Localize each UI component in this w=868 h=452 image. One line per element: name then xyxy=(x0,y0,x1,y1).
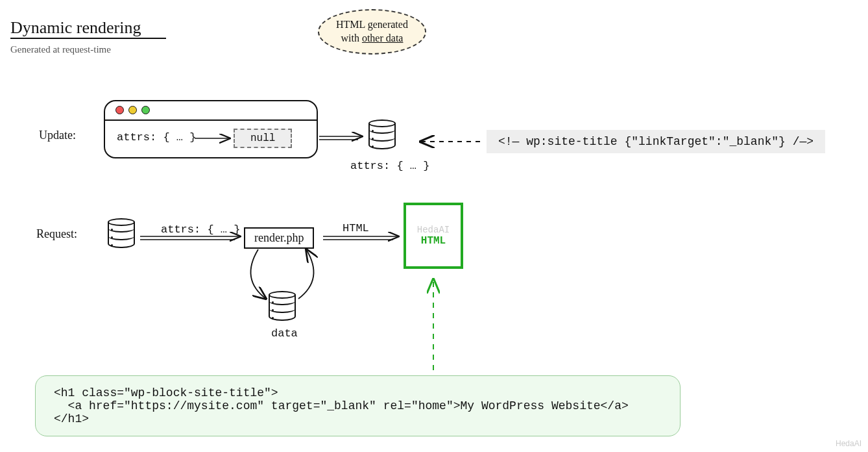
render-php-box: render.php xyxy=(244,227,314,249)
html-box-faint: HedaAI xyxy=(417,225,450,235)
html-box-bold: HTML xyxy=(421,235,446,247)
window-null-box: null xyxy=(234,129,292,148)
db-caption: attrs: { … } xyxy=(350,160,429,172)
window-titlebar-divider xyxy=(105,119,317,121)
browser-window: attrs: { … } null xyxy=(104,100,318,158)
update-label: Update: xyxy=(39,129,76,142)
watermark: HedaAI xyxy=(836,439,862,448)
bubble-line2-underline: other data xyxy=(362,32,404,44)
window-dot-green xyxy=(141,106,150,114)
database-icon xyxy=(108,218,135,248)
data-db-label: data xyxy=(271,327,298,340)
callout-bubble: HTML generated with other data xyxy=(318,9,426,55)
database-icon xyxy=(269,291,296,321)
diagram-subtitle: Generated at request-time xyxy=(10,44,166,55)
window-attrs-text: attrs: { … } xyxy=(117,131,196,144)
window-dot-yellow xyxy=(128,106,137,114)
bubble-line1: HTML generated xyxy=(336,19,408,30)
diagram-title: Dynamic rendering xyxy=(10,18,166,38)
attrs-flow-label: attrs: { … } xyxy=(161,223,240,236)
html-result-box: HedaAI HTML xyxy=(404,203,463,269)
wp-comment-code: <!— wp:site-title {"linkTarget":"_blank"… xyxy=(487,130,825,153)
title-underline xyxy=(10,38,166,39)
window-dot-red xyxy=(115,106,124,114)
output-code-panel: <h1 class="wp-block-site-title"> <a href… xyxy=(35,375,681,436)
database-icon xyxy=(368,119,396,149)
request-label: Request: xyxy=(36,227,77,241)
bubble-line2-pre: with xyxy=(341,32,361,44)
html-arrow-label: HTML xyxy=(343,222,369,234)
